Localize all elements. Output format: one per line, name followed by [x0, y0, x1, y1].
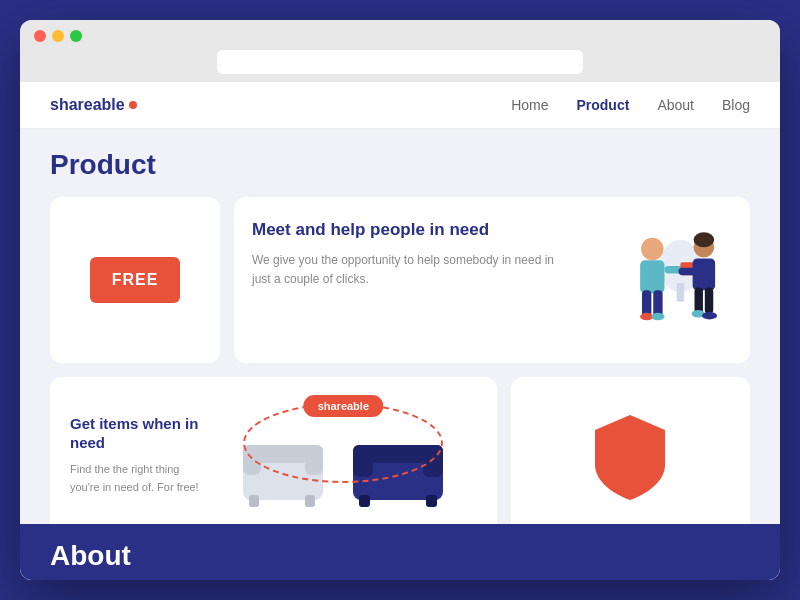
svg-rect-3: [640, 260, 664, 293]
logo-text: shareable: [50, 96, 125, 114]
free-badge: FREE: [90, 257, 181, 303]
minimize-button[interactable]: [52, 30, 64, 42]
items-card-text: Get items when in need Find the the righ…: [70, 414, 210, 496]
browser-window: shareable Home Product About Blog Produc…: [20, 20, 780, 580]
close-button[interactable]: [34, 30, 46, 42]
free-card: FREE: [50, 197, 220, 363]
hero-card: Meet and help people in need We give you…: [234, 197, 750, 363]
svg-rect-23: [305, 495, 315, 507]
hero-illustration: [572, 215, 732, 345]
svg-rect-17: [679, 268, 696, 276]
hero-card-text: Meet and help people in need We give you…: [252, 215, 560, 345]
svg-rect-29: [426, 495, 437, 507]
maximize-button[interactable]: [70, 30, 82, 42]
items-illustration: shareable: [210, 395, 477, 515]
svg-rect-12: [693, 258, 716, 290]
nav-home[interactable]: Home: [511, 97, 548, 113]
hero-body: We give you the opportunity to help some…: [252, 251, 560, 289]
nav-links: Home Product About Blog: [511, 97, 750, 113]
svg-rect-28: [359, 495, 370, 507]
svg-rect-14: [705, 288, 713, 314]
about-section-peek: About: [20, 524, 780, 580]
browser-chrome: [20, 20, 780, 82]
items-card: Get items when in need Find the the righ…: [50, 377, 497, 524]
nav-about[interactable]: About: [657, 97, 694, 113]
main-content: Product FREE Meet and help people in nee…: [20, 129, 780, 524]
page-title: Product: [50, 149, 750, 181]
shield-illustration: [590, 410, 670, 500]
svg-rect-5: [653, 290, 662, 316]
people-illustration: [582, 215, 732, 345]
shield-card: [511, 377, 750, 524]
svg-point-11: [694, 232, 715, 247]
page-content: shareable Home Product About Blog Produc…: [20, 82, 780, 580]
svg-rect-22: [249, 495, 259, 507]
cards-row-2: Get items when in need Find the the righ…: [50, 377, 750, 524]
items-heading: Get items when in need: [70, 414, 210, 453]
hero-heading: Meet and help people in need: [252, 219, 560, 241]
about-heading: About: [50, 540, 750, 572]
address-bar[interactable]: [217, 50, 583, 74]
svg-point-7: [651, 313, 664, 321]
nav-product[interactable]: Product: [576, 97, 629, 113]
svg-rect-1: [677, 283, 685, 302]
browser-dots: [34, 30, 766, 42]
svg-rect-13: [695, 288, 703, 314]
shareable-label: shareable: [304, 395, 383, 417]
navbar: shareable Home Product About Blog: [20, 82, 780, 129]
nav-blog[interactable]: Blog: [722, 97, 750, 113]
items-body: Find the the right thing you're in need …: [70, 461, 210, 496]
svg-point-16: [702, 312, 717, 320]
logo[interactable]: shareable: [50, 96, 137, 114]
svg-point-6: [640, 313, 653, 321]
cards-row-1: FREE Meet and help people in need We giv…: [50, 197, 750, 363]
svg-rect-4: [642, 290, 651, 316]
logo-dot: [129, 101, 137, 109]
svg-point-2: [641, 238, 664, 261]
